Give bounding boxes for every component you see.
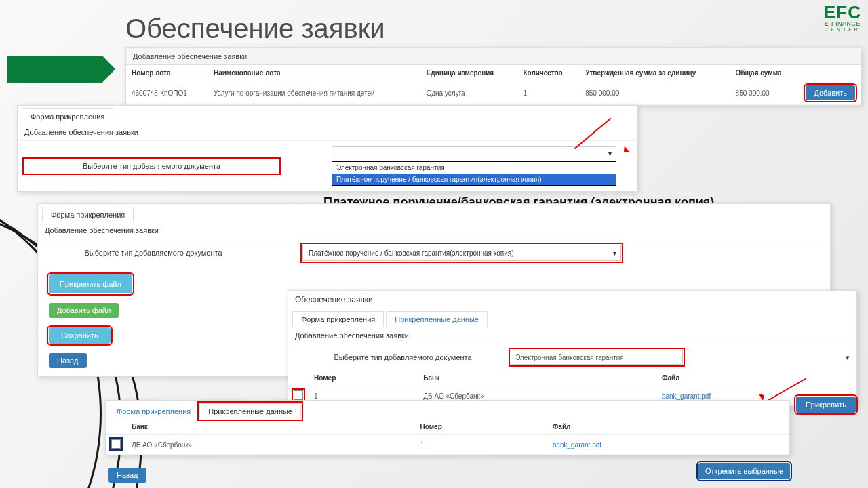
col-unit-sum: Утвержденная сумма за единицу	[580, 65, 730, 81]
panel-title: Обеспечение заявки	[288, 291, 856, 308]
cell-lot-name: Услуги по организации обеспечения питани…	[208, 81, 421, 105]
tab-attachment-form[interactable]: Форма прикрепления	[42, 207, 134, 222]
col-lot-name: Наименование лота	[208, 65, 421, 81]
cell-bank: ДБ АО «Сбербанк»	[126, 435, 415, 455]
doc-type-dropdown: Электронная банковская гарантия Платёжно…	[332, 161, 616, 186]
tab-attachment-form[interactable]: Форма прикрепления	[22, 108, 113, 124]
logo-line1: E-FINANCE	[824, 21, 861, 27]
col-file: Файл	[547, 419, 789, 435]
col-bank: Банк	[126, 419, 415, 435]
tab-attachment-form[interactable]: Форма прикрепления	[110, 404, 197, 419]
doc-type-select[interactable]: Платёжное поручение / банковская гаранти…	[302, 245, 621, 261]
file-link[interactable]: bank_garant.pdf	[662, 392, 711, 400]
logo-main: EFC	[824, 3, 861, 21]
panel-subtitle: Добавление обеспечения заявки	[288, 327, 856, 344]
panel-subtitle: Добавление обеспечения заявки	[38, 222, 830, 239]
unattach-selected-button[interactable]: Открепить выбранные	[698, 463, 790, 479]
doc-type-select[interactable]: Электронная банковская гарантия	[511, 350, 683, 365]
doc-type-select[interactable]: ▾	[332, 146, 616, 161]
col-number: Номер	[415, 419, 547, 435]
tab-attached-data[interactable]: Прикрепленные данные	[386, 311, 488, 327]
col-number: Номер	[309, 370, 418, 386]
doc-type-label: Выберите тип добавляемого документа	[45, 249, 262, 257]
bank-guarantee-panel: Обеспечение заявки Форма прикрепления Пр…	[288, 290, 857, 407]
row-checkbox[interactable]	[294, 390, 303, 400]
file-link[interactable]: bank_garant.pdf	[553, 441, 601, 449]
logo: EFC E-FINANCE CENTER	[824, 3, 861, 32]
table-row: ДБ АО «Сбербанк» 1 bank_garant.pdf	[106, 435, 789, 455]
cell-number: 1	[415, 435, 547, 455]
back-button[interactable]: Назад	[49, 353, 87, 368]
add-button[interactable]: Добавить	[806, 85, 855, 100]
chevron-down-icon: ▾	[846, 353, 850, 362]
attachment-form-panel-dropdown: Форма прикрепления Добавление обеспечени…	[17, 105, 637, 192]
dropdown-option[interactable]: Электронная банковская гарантия	[332, 162, 616, 174]
attached-data-panel: Форма прикрепления Прикрепленные данные …	[105, 400, 790, 455]
back-button[interactable]: Назад	[108, 468, 146, 483]
col-total: Общая сумма	[730, 65, 801, 81]
logo-line2: CENTER	[824, 27, 861, 32]
add-file-button[interactable]: Добавить файл	[49, 303, 119, 318]
doc-type-label: Выберите тип добавляемого документа	[295, 353, 511, 361]
doc-type-selected-value: Платёжное поручение / банковская гаранти…	[309, 249, 514, 257]
col-unit: Единица измерения	[421, 65, 518, 81]
col-qty: Количество	[517, 65, 580, 81]
dropdown-option-selected[interactable]: Платёжное поручение / банковская гаранти…	[332, 174, 616, 185]
slide-arrow-shape	[7, 56, 115, 83]
col-bank: Банк	[418, 370, 656, 386]
doc-type-selected-value: Электронная банковская гарантия	[515, 354, 624, 361]
slide-title: Обеспечение заявки	[125, 14, 385, 44]
cell-lot-no: 4600748-КпОПО1	[126, 81, 208, 105]
panel-subtitle: Добавление обеспечения заявки	[18, 124, 637, 141]
tab-attached-data[interactable]: Прикрепленные данные	[199, 403, 301, 419]
attach-file-button[interactable]: Прикрепить файл	[49, 274, 132, 293]
doc-type-label: Выберите тип добавляемого документа	[24, 159, 279, 173]
tab-attachment-form[interactable]: Форма прикрепления	[292, 311, 384, 327]
table-row: 4600748-КпОПО1 Услуги по организации обе…	[126, 81, 861, 105]
attach-button[interactable]: Прикрепить	[796, 396, 856, 413]
panel-header: Добавление обеспечение заявки	[126, 48, 861, 65]
row-checkbox[interactable]	[111, 439, 121, 449]
lot-table-panel: Добавление обеспечение заявки Номер лота…	[125, 47, 861, 106]
save-button[interactable]: Сохранить	[49, 327, 111, 344]
chevron-down-icon: ▾	[608, 150, 612, 157]
cell-total: 850 000.00	[730, 81, 801, 105]
col-checkbox	[288, 370, 309, 386]
lot-table: Номер лота Наименование лота Единица изм…	[126, 65, 861, 105]
attached-table: Банк Номер Файл ДБ АО «Сбербанк» 1 bank_…	[106, 419, 789, 455]
cell-qty: 1	[517, 81, 580, 105]
cell-unit-sum: 850 000.00	[580, 81, 730, 105]
chevron-down-icon: ▾	[613, 249, 616, 257]
cell-unit: Одна услуга	[421, 81, 518, 105]
col-lot-no: Номер лота	[126, 65, 208, 81]
col-file: Файл	[656, 370, 856, 386]
